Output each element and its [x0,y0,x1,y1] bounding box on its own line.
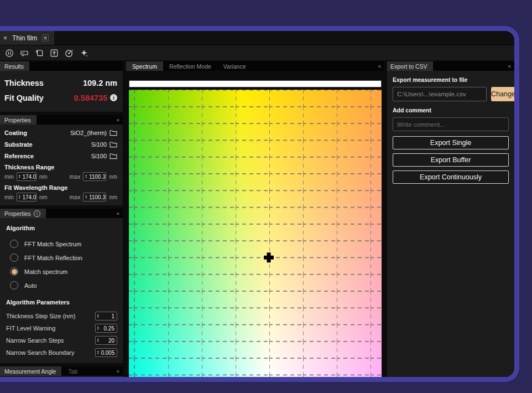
folder-icon[interactable] [109,141,117,148]
thickness-step-input[interactable]: ▲▼ 1 [95,312,117,320]
min-label: min [4,173,14,180]
close-icon[interactable]: × [3,34,7,42]
export-single-button[interactable]: Export Single [393,136,509,149]
param-label: Thickness Step Size (nm) [6,313,75,319]
param-thickness-step-row: Thickness Step Size (nm) ▲▼ 1 [4,310,117,322]
spinner-icon[interactable]: ▲▼ [85,174,87,179]
param-label: Narrow Search Steps [6,337,64,344]
thickness-min-input[interactable]: ▲▼ 174.0 [17,172,36,181]
gauge-icon[interactable] [64,48,74,58]
unit-label: nm [109,173,117,180]
tab-spectrum[interactable]: Spectrum [126,61,163,71]
results-tab[interactable]: Results [0,61,29,71]
fit-level-input[interactable]: ▲▼ 0.25 [95,324,117,333]
fit-quality-label: Fit Quality [4,94,44,102]
param-label: FIT Level Warning [6,325,55,332]
radio-selected-icon[interactable] [10,267,18,276]
coating-value: SiO2_(therm) [70,130,107,136]
spinner-icon[interactable]: ▲▼ [85,195,87,199]
thickness-max-input[interactable]: ▲▼ 1100.3 [83,172,106,181]
radio-label: FFT Match Reflection [24,255,82,261]
chart-colormap[interactable] [129,90,382,377]
tab-variance[interactable]: Variance [217,61,252,71]
radio-label: Auto [24,282,37,289]
param-fit-level-row: FIT Level Warning ▲▼ 0.25 [4,322,117,334]
results-tab-label: Results [4,63,24,70]
collapse-icon[interactable]: « [116,366,123,376]
narrow-steps-input[interactable]: ▲▼ 20 [95,336,117,345]
radio-fft-match-reflection[interactable]: FFT Match Reflection [4,251,117,265]
tab-reflection-mode[interactable]: Reflection Mode [163,61,217,71]
upload-box-icon[interactable] [49,48,59,58]
folder-icon[interactable] [109,130,117,136]
radio-label: FFT Match Spectrum [24,241,81,247]
sparkle-icon[interactable] [79,48,89,58]
spinner-icon[interactable]: ▲▼ [97,314,99,318]
add-comment-label: Add comment [393,107,509,113]
collapse-icon[interactable]: « [508,61,514,71]
measurement-angle-header: Measurement Angle Tab « [0,366,123,376]
spinner-icon[interactable]: ▲▼ [97,338,99,343]
algorithm-tab-label: Properties [4,210,31,217]
unit-label: nm [39,173,48,180]
device-icon[interactable] [19,48,29,58]
export-buffer-button[interactable]: Export Buffer [393,153,509,167]
radio-icon[interactable] [10,240,18,248]
left-panel: Results Thickness 109.2 nm Fit Quality 0… [0,61,123,377]
algorithm-header: Properties i « [0,209,123,218]
narrow-boundary-input[interactable]: ▲▼ 0.005 [95,348,117,357]
max-label: max [70,173,81,180]
export-tab-label: Export to CSV [390,63,427,70]
export-path-input[interactable] [393,87,487,101]
app-window: × Thin film ≡ [0,26,519,382]
radio-auto[interactable]: Auto [4,278,117,292]
secondary-tab[interactable]: Tab [61,366,84,376]
algorithm-tab[interactable]: Properties i [0,209,46,218]
collapse-icon[interactable]: « [378,61,384,71]
unit-label: nm [109,194,117,200]
titlebar: × Thin film ≡ [0,31,514,45]
export-continuously-button[interactable]: Export Continuously [393,170,509,184]
unit-label: nm [39,194,48,200]
wavelength-min-input[interactable]: ▲▼ 174.0 [17,193,36,201]
thickness-value: 109.2 nm [83,79,117,87]
comment-input[interactable] [393,117,509,131]
window-tab[interactable]: × Thin film ≡ [0,31,54,45]
reference-label: Reference [4,153,34,159]
radio-label: Match spectrum [24,268,67,275]
reference-value: Si100 [91,153,107,159]
algorithm-params-title: Algorithm Parameters [6,298,117,307]
measurement-angle-tab[interactable]: Measurement Angle [0,366,61,376]
info-icon[interactable]: i [110,94,117,101]
thickness-range-title: Thickness Range [4,163,117,171]
wavelength-range-title: Fit Wavelength Range [4,183,117,192]
properties-section: Properties « Coating SiO2_(therm) [0,115,123,205]
folder-icon[interactable] [109,153,117,159]
param-label: Narrow Search Boundary [6,349,75,356]
coating-label: Coating [4,130,27,136]
radio-match-spectrum[interactable]: Match spectrum [4,265,117,278]
spinner-icon[interactable]: ▲▼ [18,174,20,179]
reference-row: Reference Si100 [4,150,117,162]
script-icon[interactable] [34,48,44,58]
radio-fft-match-spectrum[interactable]: FFT Match Spectrum [4,237,117,251]
wavelength-range-row: min ▲▼ 174.0 nm max ▲▼ 1100.3 nm [4,192,117,203]
substrate-value: Si100 [91,141,107,148]
wavelength-max-input[interactable]: ▲▼ 1100.3 [83,193,106,201]
spinner-icon[interactable]: ▲▼ [97,350,99,355]
collapse-icon[interactable]: « [116,209,123,218]
collapse-icon[interactable]: « [116,115,123,125]
radio-icon[interactable] [10,254,18,262]
spinner-icon[interactable]: ▲▼ [97,326,99,330]
menu-icon[interactable]: ≡ [42,34,49,42]
results-section: Results Thickness 109.2 nm Fit Quality 0… [0,61,123,112]
measurement-angle-tab-label: Measurement Angle [4,368,56,375]
colormap-svg [129,90,382,377]
properties-tab[interactable]: Properties [0,115,36,125]
change-button[interactable]: Change [491,87,514,101]
pause-circle-icon[interactable] [4,48,14,58]
spinner-icon[interactable]: ▲▼ [18,195,20,199]
export-tab[interactable]: Export to CSV [387,61,433,71]
radio-icon[interactable] [10,281,18,289]
properties-header: Properties « [0,115,123,125]
